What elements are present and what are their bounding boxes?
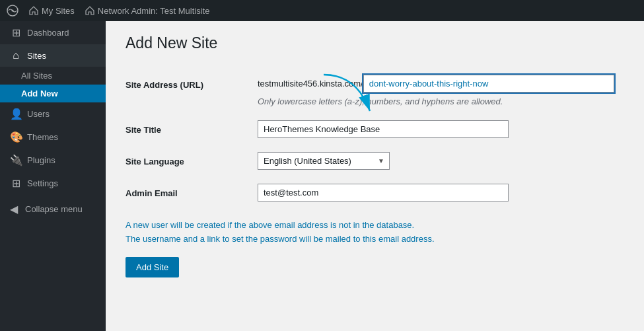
collapse-icon: ◀ [8,203,20,215]
sites-label: Sites [27,51,46,61]
url-prefix: testmultisite456.kinsta.com/ [258,79,363,89]
plugins-icon: 🔌 [10,154,22,166]
sidebar-subitem-all-sites[interactable]: All Sites [0,67,106,85]
users-icon: 👤 [10,108,22,120]
network-admin-label: Network Admin: Test Multisite [98,6,210,16]
sidebar-item-users[interactable]: 👤 Users [0,102,106,126]
sidebar-item-sites[interactable]: ⌂ Sites [0,44,106,67]
collapse-label: Collapse menu [25,204,83,214]
site-title-input[interactable] [258,120,509,138]
add-site-button[interactable]: Add Site [125,257,179,277]
sites-icon: ⌂ [10,50,22,61]
admin-email-label-cell: Admin Email [125,176,258,208]
sidebar: ⊞ Dashboard ⌂ Sites All Sites Add New 👤 … [0,21,106,331]
site-address-row: Site Address (URL) testmultisite456.kins… [125,68,624,113]
site-language-label: Site Language [125,157,184,166]
admin-email-label: Admin Email [125,188,178,198]
network-admin-link[interactable]: Network Admin: Test Multisite [85,6,210,16]
my-sites-link[interactable]: My Sites [29,6,75,16]
network-icon [85,6,94,15]
sidebar-item-plugins[interactable]: 🔌 Plugins [0,149,106,172]
site-language-row: Site Language English (United States) ▼ [125,145,624,176]
content-area: Add New Site Site Address (URL) [106,21,644,331]
svg-point-1 [12,10,14,12]
all-sites-label: All Sites [21,71,52,81]
url-hint: Only lowercase letters (a-z), numbers, a… [258,96,624,106]
settings-icon: ⊞ [10,177,22,190]
users-label: Users [27,109,50,119]
add-new-label: Add New [21,89,58,98]
site-title-label-cell: Site Title [125,113,258,145]
settings-label: Settings [27,178,58,188]
site-title-row: Site Title [125,113,624,145]
admin-email-input[interactable] [258,184,509,202]
add-new-site-form: Site Address (URL) testmultisite456.kins… [125,68,624,277]
site-title-label: Site Title [125,125,161,135]
sidebar-item-dashboard[interactable]: ⊞ Dashboard [0,21,106,44]
my-sites-label: My Sites [42,6,75,16]
dashboard-icon: ⊞ [10,26,22,39]
themes-label: Themes [27,132,58,142]
page-title: Add New Site [125,34,624,52]
site-address-label: Site Address (URL) [125,80,203,90]
wp-logo-top[interactable] [7,5,18,17]
admin-email-input-cell [258,176,624,208]
sidebar-item-themes[interactable]: 🎨 Themes [0,126,106,149]
language-select-wrapper: English (United States) ▼ [258,152,390,170]
url-suffix-input[interactable] [363,75,614,92]
themes-icon: 🎨 [10,131,22,143]
site-address-input-cell: testmultisite456.kinsta.com/ Only lowerc… [258,68,624,113]
info-line1: A new user will be created if the above … [125,219,624,233]
plugins-label: Plugins [27,155,55,165]
sidebar-subitem-add-new[interactable]: Add New [0,85,106,102]
wp-icon [7,5,18,17]
info-text: A new user will be created if the above … [125,219,624,246]
main-layout: ⊞ Dashboard ⌂ Sites All Sites Add New 👤 … [0,21,644,331]
dashboard-label: Dashboard [27,28,69,38]
site-language-input-cell: English (United States) ▼ [258,145,624,176]
site-title-input-cell [258,113,624,145]
url-field-wrapper: testmultisite456.kinsta.com/ [258,75,624,92]
site-language-label-cell: Site Language [125,145,258,176]
admin-email-row: Admin Email [125,176,624,208]
form-table: Site Address (URL) testmultisite456.kins… [125,68,624,208]
site-address-label-cell: Site Address (URL) [125,68,258,113]
sidebar-item-settings[interactable]: ⊞ Settings [0,172,106,195]
top-bar: My Sites Network Admin: Test Multisite [0,0,644,21]
info-line2: The username and a link to set the passw… [125,233,624,246]
collapse-menu-item[interactable]: ◀ Collapse menu [0,198,106,221]
house-icon [29,6,38,15]
site-language-select[interactable]: English (United States) [258,152,390,170]
